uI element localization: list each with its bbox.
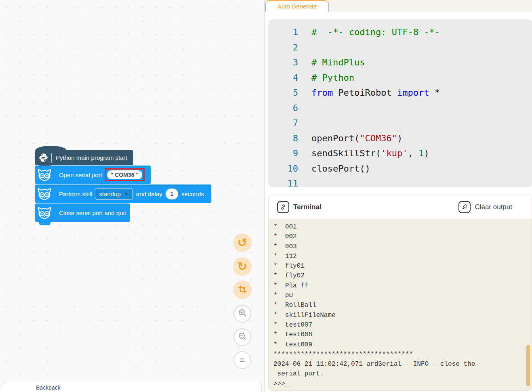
undo-icon: ↺	[238, 236, 247, 249]
terminal-output: * 001 * 002 * 003 * 112 * fly01 * fly02 …	[269, 219, 532, 390]
block-canvas[interactable]: Python main program start Open serial po…	[0, 0, 264, 392]
divider	[54, 169, 54, 181]
redo-button[interactable]: ↻	[233, 257, 252, 276]
block-label: Perform skill	[59, 191, 93, 197]
center-blocks-button[interactable]	[233, 281, 252, 299]
block-open-serial-port[interactable]: Open serial port " COM36 "	[35, 166, 151, 184]
skill-dropdown-value: standup	[99, 191, 121, 197]
clear-output-label: Clear output	[475, 203, 512, 211]
tab-auto-generate[interactable]: Auto Generate	[265, 0, 329, 12]
zoom-out-icon	[238, 331, 247, 343]
terminal-scrollbar[interactable]	[526, 345, 530, 386]
backpack-bar[interactable]: Backpack	[2, 383, 262, 392]
clear-brush-icon	[458, 201, 471, 213]
divider	[51, 153, 52, 163]
block-python-main-start[interactable]: Python main program start	[35, 150, 133, 165]
code-panel: Auto Generate 1# -*- coding: UTF-8 -*-23…	[264, 0, 532, 392]
clear-output-button[interactable]: Clear output	[458, 201, 512, 213]
mindplus-window: Python main program start Open serial po…	[0, 0, 532, 392]
chevron-down-icon: ▼	[124, 192, 128, 196]
block-label: and delay	[136, 191, 162, 197]
block-perform-skill[interactable]: Perform skill standup ▼ and delay 1 seco…	[35, 184, 211, 203]
divider	[54, 207, 54, 219]
petoi-cat-icon	[35, 168, 54, 182]
tab-bar: Auto Generate	[265, 0, 532, 12]
terminal-panel: Terminal Clear output * 001 * 002 * 003 …	[268, 195, 532, 391]
block-close-serial-port[interactable]: Close serial port and quit	[35, 203, 130, 222]
block-label: Python main program start	[56, 154, 127, 161]
zoom-out-button[interactable]	[233, 328, 251, 346]
code-editor[interactable]: 1# -*- coding: UTF-8 -*-23# MindPlus4# P…	[268, 19, 532, 187]
serial-port-input[interactable]: " COM36 "	[107, 170, 142, 179]
zoom-in-button[interactable]	[233, 305, 251, 323]
terminal-title: Terminal	[293, 203, 322, 211]
zoom-reset-button[interactable]: =	[233, 351, 251, 369]
block-label: Close serial port and quit	[59, 210, 126, 216]
zoom-in-icon	[238, 308, 247, 319]
python-icon	[35, 153, 51, 163]
com-port-highlight: " COM36 "	[105, 168, 145, 181]
crop-icon	[238, 283, 247, 297]
zoom-reset-icon: =	[240, 356, 245, 365]
backpack-label: Backpack	[36, 384, 61, 391]
block-label: seconds	[181, 191, 204, 197]
tab-label: Auto Generate	[278, 3, 317, 10]
petoi-cat-icon	[35, 206, 54, 220]
divider	[54, 188, 54, 200]
terminal-output-area[interactable]: * 001 * 002 * 003 * 112 * fly01 * fly02 …	[269, 219, 532, 390]
block-label: Open serial port	[59, 172, 102, 178]
code-lines: 1# -*- coding: UTF-8 -*-23# MindPlus4# P…	[268, 25, 532, 187]
redo-icon: ↻	[238, 260, 247, 273]
skill-dropdown[interactable]: standup ▼	[95, 188, 133, 200]
terminal-header: Terminal Clear output	[269, 195, 532, 219]
delay-seconds-input[interactable]: 1	[166, 189, 178, 199]
undo-button[interactable]: ↺	[233, 233, 252, 252]
link-icon	[277, 201, 289, 213]
petoi-cat-icon	[35, 187, 54, 201]
